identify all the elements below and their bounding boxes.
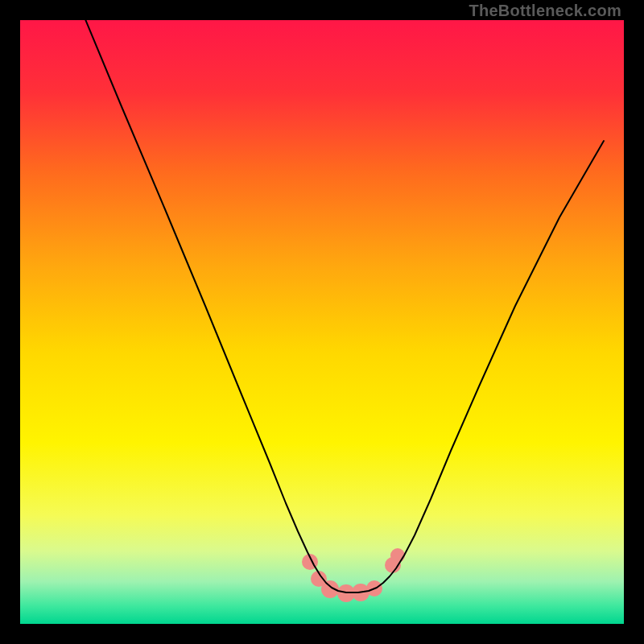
chart-svg xyxy=(20,20,624,624)
gradient-background xyxy=(20,20,624,624)
plot-area xyxy=(20,20,624,624)
watermark-text: TheBottleneck.com xyxy=(469,2,621,20)
accent-dot xyxy=(390,548,405,563)
chart-frame: TheBottleneck.com xyxy=(0,0,644,644)
